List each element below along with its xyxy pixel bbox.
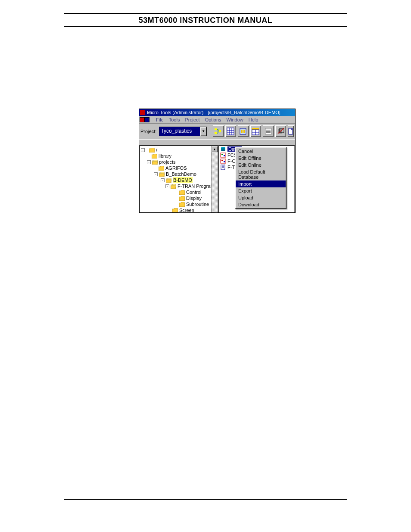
folder-icon	[179, 196, 185, 201]
svg-rect-29	[221, 159, 226, 163]
collapse-icon[interactable]: -	[141, 148, 145, 152]
toolbar-btn-list[interactable]	[263, 125, 274, 137]
manual-page: 53MT6000 INSTRUCTION MANUAL Micro-Tools …	[0, 0, 411, 532]
menu-edit-offline[interactable]: Edit Offline	[236, 155, 286, 162]
tree-node-batchdemo[interactable]: - B_BatchDemo	[141, 171, 217, 177]
folder-open-icon	[159, 172, 165, 177]
tree-node-bdemo[interactable]: - B-DEMO	[141, 177, 217, 183]
folder-icon	[172, 208, 178, 213]
toolbar-btn-overlay[interactable]	[275, 125, 286, 137]
menu-edit-online[interactable]: Edit Online	[236, 162, 286, 168]
toolbar-btn-doc[interactable]	[288, 125, 294, 137]
svg-rect-9	[241, 130, 243, 133]
project-label: Project:	[140, 129, 156, 134]
tree-label: /	[156, 147, 157, 153]
tree-label: Screen	[179, 207, 194, 213]
folder-icon	[149, 148, 155, 152]
content-pane: Datab FCS F-CIM F-TR Cancel Edit Of	[218, 145, 295, 213]
module-icon	[220, 159, 226, 164]
svg-rect-28	[224, 155, 225, 156]
project-tree-pane: - / library - projects	[139, 145, 218, 213]
tree-label: Control	[186, 189, 201, 195]
tree-label: library	[159, 153, 171, 159]
svg-rect-10	[243, 130, 245, 133]
mdi-icon-1	[140, 118, 144, 122]
tree-label: projects	[159, 159, 176, 165]
toolbar-btn-tree[interactable]	[213, 125, 224, 137]
menu-export[interactable]: Export	[236, 187, 286, 194]
database-icon	[220, 146, 226, 152]
menu-load-default-db[interactable]: Load Default Database	[236, 168, 286, 180]
folder-open-icon	[171, 184, 176, 189]
split-panes: - / library - projects	[139, 145, 295, 213]
tree-node-display[interactable]: Display	[141, 195, 217, 201]
svg-rect-32	[221, 165, 225, 170]
combo-dropdown-arrow[interactable]: ▼	[200, 127, 206, 136]
project-combobox[interactable]: Tyco_plastics ▼	[159, 127, 207, 136]
menubar: File Tools Project Options Window Help	[139, 116, 295, 124]
folder-open-icon	[166, 178, 171, 183]
menu-download[interactable]: Download	[236, 201, 286, 208]
menu-file[interactable]: File	[156, 117, 164, 122]
collapse-icon[interactable]: -	[147, 160, 151, 164]
tree-node-screen[interactable]: Screen	[141, 207, 217, 213]
menu-project[interactable]: Project	[185, 117, 199, 122]
svg-rect-1	[215, 132, 217, 134]
page-header-title: 53MT6000 INSTRUCTION MANUAL	[64, 16, 347, 25]
mdi-doc-icons	[140, 118, 149, 122]
svg-rect-11	[252, 128, 259, 130]
svg-rect-2	[219, 130, 221, 132]
tree-label: B_BatchDemo	[166, 171, 196, 177]
mdi-icon-2	[145, 118, 149, 122]
toolbar-separator	[139, 139, 295, 145]
app-icon	[140, 110, 145, 115]
folder-icon	[159, 166, 164, 171]
project-tree[interactable]: - / library - projects	[140, 146, 218, 213]
menu-cancel[interactable]: Cancel	[236, 148, 286, 155]
collapse-icon[interactable]: -	[165, 184, 169, 188]
tree-node-subroutine[interactable]: Subroutine	[141, 201, 217, 207]
toolbar-btn-wizard[interactable]	[238, 125, 249, 137]
svg-rect-3	[227, 128, 234, 135]
header-rule-top	[64, 13, 347, 14]
tree-node-projects[interactable]: - projects	[141, 159, 217, 165]
menu-help[interactable]: Help	[249, 117, 258, 122]
menu-window[interactable]: Window	[227, 117, 243, 122]
tree-node-control[interactable]: Control	[141, 189, 217, 195]
menu-tools[interactable]: Tools	[169, 117, 180, 122]
window-titlebar[interactable]: Micro-Tools (Administrator) - [/projects…	[139, 109, 295, 116]
menu-upload[interactable]: Upload	[236, 194, 286, 201]
svg-rect-30	[221, 160, 223, 161]
window-title: Micro-Tools (Administrator) - [/projects…	[147, 110, 280, 115]
project-value: Tyco_plastics	[159, 127, 200, 136]
toolbar-btn-grid[interactable]	[225, 125, 236, 137]
context-menu: Cancel Edit Offline Edit Online Load Def…	[235, 147, 286, 209]
svg-rect-0	[215, 128, 217, 130]
tree-label: Subroutine	[186, 201, 209, 207]
folder-open-icon	[152, 160, 158, 165]
toolbar-btn-table[interactable]	[250, 125, 261, 137]
folder-icon	[179, 202, 185, 207]
header-rule-bottom	[64, 26, 347, 27]
document-icon	[220, 165, 226, 170]
tree-node-ftran[interactable]: - F-TRAN Programs	[141, 183, 217, 189]
folder-icon	[152, 154, 157, 159]
tree-scrollbar[interactable]: ▲	[211, 146, 218, 213]
menu-import[interactable]: Import	[236, 180, 286, 187]
svg-point-25	[221, 149, 225, 151]
svg-rect-27	[221, 154, 223, 155]
menu-options[interactable]: Options	[205, 117, 221, 122]
svg-rect-26	[221, 153, 226, 157]
svg-rect-31	[224, 161, 225, 162]
tree-node-agrifos[interactable]: AGRIFOS	[141, 165, 217, 171]
collapse-icon[interactable]: -	[161, 178, 165, 182]
tree-node-library[interactable]: library	[141, 153, 217, 159]
tree-label: AGRIFOS	[165, 165, 187, 171]
footer-rule	[64, 499, 347, 500]
svg-rect-8	[240, 128, 246, 134]
scroll-up-icon[interactable]: ▲	[212, 146, 218, 152]
scroll-track[interactable]	[212, 152, 218, 213]
app-window: Micro-Tools (Administrator) - [/projects…	[139, 109, 296, 213]
collapse-icon[interactable]: -	[154, 172, 158, 176]
tree-root[interactable]: - /	[141, 147, 217, 153]
